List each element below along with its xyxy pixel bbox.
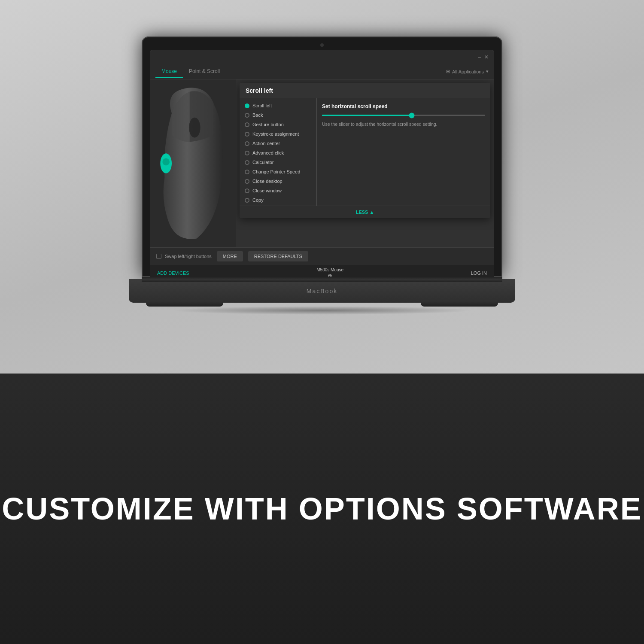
list-item-label: Close desktop [252, 179, 283, 184]
titlebar-controls: – ✕ [478, 54, 489, 60]
speed-slider[interactable] [322, 115, 485, 116]
list-item[interactable]: Scroll left [240, 101, 316, 110]
list-item-label: Back [252, 112, 263, 118]
apps-selector[interactable]: ⊞ All Applications ▾ [446, 69, 489, 74]
swap-label: Swap left/right buttons [165, 254, 212, 259]
dropdown-panel: Scroll left Scroll leftBackGesture butto… [236, 79, 494, 247]
dropdown-detail: Set horizontal scroll speed [317, 98, 490, 206]
login-btn[interactable]: LOG IN [471, 270, 487, 276]
dropdown-content: Scroll leftBackGesture buttonKeystroke a… [240, 98, 490, 206]
tabs-bar: Mouse Point & Scroll ⊞ All Applications … [150, 64, 494, 79]
grid-icon: ⊞ [446, 69, 450, 74]
laptop-shadow [172, 306, 472, 315]
dropdown-arrow-icon: ▾ [486, 69, 489, 74]
mouse-panel [150, 79, 236, 247]
laptop-hinge [142, 277, 502, 282]
close-btn[interactable]: ✕ [484, 54, 489, 60]
svg-point-0 [189, 118, 200, 138]
laptop-screen: – ✕ Mouse Point & Scroll ⊞ All Applicati… [142, 36, 502, 277]
list-item[interactable]: Copy [240, 195, 316, 205]
radio-dot [245, 170, 249, 174]
list-item[interactable]: Advanced click [240, 148, 316, 158]
list-item-label: Advanced click [252, 150, 284, 155]
dropdown-box: Scroll left Scroll leftBackGesture butto… [240, 83, 490, 218]
radio-dot [245, 122, 249, 127]
banner-text: CUSTOMIZE WITH OPTIONS SOFTWARE [2, 491, 642, 526]
radio-dot [245, 160, 249, 165]
speed-label: Set horizontal scroll speed [322, 103, 485, 109]
content-panel: Scroll left Scroll leftBackGesture butto… [236, 79, 494, 247]
list-item-label: Copy [252, 197, 264, 203]
list-item[interactable]: Keystroke assignment [240, 129, 316, 139]
dropdown-header: Scroll left [240, 83, 490, 98]
radio-dot [245, 113, 249, 118]
swap-checkbox[interactable] [156, 254, 161, 259]
slider-fill [322, 115, 412, 116]
laptop-feet [129, 301, 515, 307]
laptop-wrapper: – ✕ Mouse Point & Scroll ⊞ All Applicati… [129, 36, 515, 337]
list-item-label: Calculator [252, 160, 274, 165]
list-item[interactable]: Calculator [240, 158, 316, 167]
less-btn[interactable]: LESS ▲ [356, 210, 374, 215]
foot-left [146, 301, 223, 307]
slider-thumb[interactable] [409, 112, 415, 118]
main-content: Scroll left Scroll leftBackGesture butto… [150, 79, 494, 247]
minimize-btn[interactable]: – [478, 54, 481, 60]
list-item-label: Keystroke assignment [252, 131, 299, 137]
list-item-label: Gesture button [252, 122, 284, 127]
device-name: M500s Mouse [316, 267, 343, 272]
list-item[interactable]: Action center [240, 139, 316, 148]
list-item[interactable]: Back [240, 110, 316, 120]
dropdown-list: Scroll leftBackGesture buttonKeystroke a… [240, 98, 317, 206]
modal-title: Scroll left [246, 87, 484, 94]
camera-dot [320, 43, 324, 47]
speed-description: Use the slider to adjust the horizontal … [322, 121, 485, 128]
more-button[interactable]: MORE [217, 251, 243, 261]
bottom-controls: Swap left/right buttons MORE RESTORE DEF… [150, 247, 494, 265]
radio-dot [245, 179, 249, 184]
radio-dot [245, 141, 249, 146]
list-item[interactable]: Change Pointer Speed [240, 167, 316, 176]
restore-defaults-button[interactable]: RESTORE DEFAULTS [248, 251, 308, 261]
list-item-label: Close window [252, 188, 282, 193]
apps-label: All Applications [452, 69, 484, 74]
tab-mouse[interactable]: Mouse [155, 66, 183, 78]
list-item-label: Change Pointer Speed [252, 169, 300, 174]
slider-track [322, 115, 485, 116]
radio-dot [245, 198, 249, 203]
add-devices-btn[interactable]: ADD DEVICES [157, 270, 189, 276]
radio-dot [245, 132, 249, 137]
bottom-section: CUSTOMIZE WITH OPTIONS SOFTWARE [0, 374, 644, 644]
radio-dot [245, 151, 249, 155]
dropdown-footer: LESS ▲ [240, 206, 490, 218]
mouse-image [150, 79, 236, 247]
svg-point-2 [162, 158, 170, 166]
top-section: – ✕ Mouse Point & Scroll ⊞ All Applicati… [0, 0, 644, 374]
tab-point-scroll[interactable]: Point & Scroll [183, 66, 226, 78]
list-item-label: Scroll left [252, 103, 272, 108]
list-item[interactable]: Close window [240, 186, 316, 195]
titlebar: – ✕ [150, 50, 494, 64]
app-window: – ✕ Mouse Point & Scroll ⊞ All Applicati… [150, 50, 494, 281]
radio-dot [245, 103, 249, 108]
screen-inner: – ✕ Mouse Point & Scroll ⊞ All Applicati… [150, 50, 494, 281]
macbook-brand: MacBook [307, 288, 337, 295]
laptop-keyboard-base: MacBook [129, 279, 515, 303]
list-item[interactable]: Close desktop [240, 176, 316, 186]
list-item[interactable]: Gesture button [240, 120, 316, 129]
radio-dot [245, 188, 249, 193]
foot-right [421, 301, 498, 307]
list-item-label: Action center [252, 141, 280, 146]
